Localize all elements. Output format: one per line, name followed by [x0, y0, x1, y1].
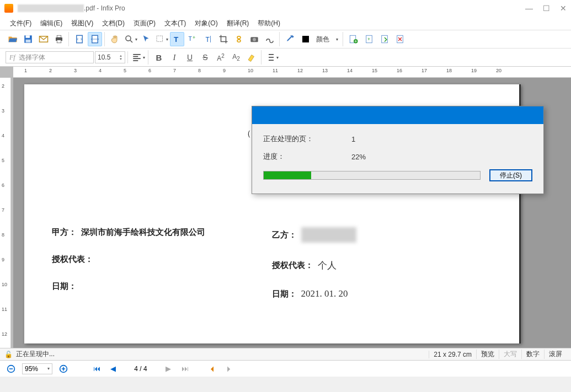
zoom-level[interactable]: 95%▾	[22, 363, 52, 374]
vertical-ruler: 23456789101112	[0, 78, 11, 348]
fit-width-icon[interactable]	[88, 32, 102, 46]
menu-object[interactable]: 对象(O)	[190, 18, 222, 29]
toolbar-text: Ff选择字体 10.5▲▼ B I U S A2 A2	[0, 48, 571, 67]
rep-a-label: 授权代表：	[52, 254, 93, 265]
crop-tool-icon[interactable]	[216, 32, 231, 46]
svg-rect-6	[57, 40, 61, 43]
vertical-text-icon[interactable]: T	[201, 32, 215, 46]
superscript-icon[interactable]: A2	[214, 50, 228, 65]
select-tool-icon[interactable]	[154, 32, 169, 46]
menu-document[interactable]: 文档(D)	[98, 18, 129, 29]
stop-button[interactable]: 停止(S)	[489, 169, 532, 181]
subscript-icon[interactable]: A2	[229, 50, 243, 65]
page-indicator[interactable]: 4 / 4	[124, 365, 157, 373]
svg-point-18	[253, 38, 256, 41]
menu-edit[interactable]: 编辑(E)	[36, 18, 67, 29]
date-a-label: 日期：	[52, 281, 77, 292]
processing-page-label: 正在处理的页：	[263, 134, 351, 144]
progress-value: 22%	[351, 153, 366, 161]
status-num: 数字	[521, 350, 544, 359]
svg-text:+: +	[193, 35, 195, 40]
window-title: .pdf - Infix Pro	[18, 4, 125, 13]
camera-icon[interactable]	[247, 32, 262, 46]
bold-icon[interactable]: B	[152, 50, 166, 65]
party-a-value: 深圳市前海手绘科技文化有限公司	[81, 227, 205, 238]
date-b-label: 日期：	[272, 289, 297, 299]
italic-icon[interactable]: I	[167, 50, 182, 65]
status-scroll: 滚屏	[544, 350, 567, 359]
maximize-button[interactable]: ☐	[543, 4, 550, 13]
status-rendering: 正在呈现中...	[16, 350, 55, 359]
menu-translate[interactable]: 翻译(R)	[222, 18, 254, 29]
zoom-in-button[interactable]	[58, 363, 69, 374]
horizontal-ruler: 1234567891011121314151617181920	[13, 67, 571, 78]
progress-label: 进度：	[263, 152, 351, 162]
insert-page-icon[interactable]: +	[362, 32, 376, 46]
nav-bar: 95%▾ ⏮ ◀ 4 / 4 ▶ ⏭ ⏴ ⏵	[0, 360, 571, 377]
filename-redacted	[18, 4, 84, 12]
close-button[interactable]: ✕	[560, 4, 567, 13]
color-dropdown[interactable]	[333, 32, 340, 46]
minimize-button[interactable]: —	[525, 4, 533, 13]
svg-rect-1	[26, 35, 30, 38]
history-back-button[interactable]: ⏴	[207, 363, 218, 374]
color-label: 颜色	[314, 35, 332, 44]
svg-rect-19	[302, 36, 309, 42]
email-icon[interactable]	[36, 32, 51, 46]
print-icon[interactable]	[52, 32, 66, 46]
app-icon	[4, 4, 13, 13]
text-tool-icon[interactable]: T	[170, 32, 184, 46]
strikethrough-icon[interactable]: S	[198, 50, 212, 65]
party-b-redacted	[301, 227, 356, 243]
translate-page-icon[interactable]	[346, 32, 361, 46]
highlight-icon[interactable]	[244, 50, 259, 65]
svg-text:T: T	[206, 36, 210, 44]
svg-rect-2	[26, 40, 31, 42]
zoom-tool-icon[interactable]	[124, 32, 138, 46]
text-plus-icon[interactable]: T+	[185, 32, 200, 46]
menu-page[interactable]: 页面(P)	[129, 18, 160, 29]
rep-b-value: 个人	[318, 259, 337, 272]
redo-path-icon[interactable]	[263, 32, 277, 46]
fit-page-icon[interactable]	[72, 32, 87, 46]
svg-rect-5	[57, 35, 61, 37]
menu-file[interactable]: 文件(F)	[6, 18, 36, 29]
font-size-select[interactable]: 10.5▲▼	[95, 51, 125, 63]
menu-help[interactable]: 帮助(H)	[253, 18, 285, 29]
status-dimensions: 21 x 29.7 cm	[429, 351, 476, 358]
zoom-out-button[interactable]	[6, 363, 17, 374]
menu-text[interactable]: 文本(T)	[160, 18, 190, 29]
eyedropper-icon[interactable]	[283, 32, 297, 46]
processing-page-value: 1	[351, 135, 355, 143]
open-icon[interactable]	[6, 32, 20, 46]
color-swatch-icon[interactable]	[298, 32, 313, 46]
save-icon[interactable]	[21, 32, 35, 46]
menu-view[interactable]: 视图(V)	[67, 18, 98, 29]
last-page-button[interactable]: ⏭	[179, 363, 190, 374]
first-page-button[interactable]: ⏮	[91, 363, 102, 374]
align-left-icon[interactable]	[131, 50, 146, 65]
menubar: 文件(F) 编辑(E) 视图(V) 文档(D) 页面(P) 文本(T) 对象(O…	[0, 17, 571, 30]
hand-tool-icon[interactable]	[108, 32, 122, 46]
pointer-tool-icon[interactable]	[139, 32, 153, 46]
svg-text:T: T	[174, 35, 179, 44]
party-b-label: 乙方：	[272, 230, 297, 240]
status-preview[interactable]: 预览	[476, 350, 499, 359]
link-tool-icon[interactable]	[232, 32, 246, 46]
toolbar-main: T T+ T 颜色 +	[0, 30, 571, 48]
line-spacing-icon[interactable]	[265, 50, 279, 65]
delete-page-icon[interactable]	[393, 32, 407, 46]
svg-point-9	[126, 36, 131, 41]
font-family-select[interactable]: Ff选择字体	[6, 51, 94, 63]
status-caps: 大写	[499, 350, 521, 359]
progress-dialog: 正在处理的页：1 进度：22% 停止(S)	[252, 106, 544, 194]
history-forward-button[interactable]: ⏵	[223, 363, 234, 374]
lock-icon: 🔓	[4, 351, 13, 358]
date-b-value: 2021. 01. 20	[301, 288, 348, 299]
svg-point-15	[237, 36, 241, 39]
prev-page-button[interactable]: ◀	[108, 363, 119, 374]
dialog-titlebar[interactable]	[252, 106, 543, 124]
extract-page-icon[interactable]	[377, 32, 392, 46]
next-page-button[interactable]: ▶	[163, 363, 174, 374]
underline-icon[interactable]: U	[183, 50, 197, 65]
